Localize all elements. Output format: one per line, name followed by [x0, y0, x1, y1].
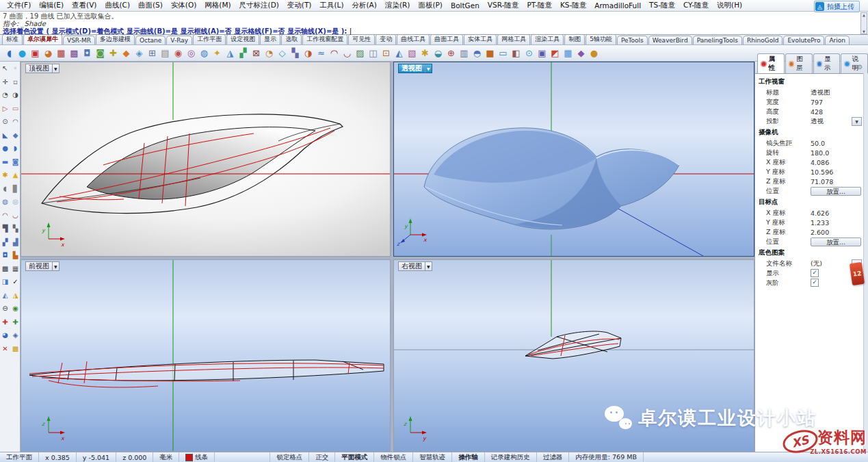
property-value[interactable]: 2.600 [808, 229, 864, 236]
panel-scrollbar[interactable] [863, 73, 868, 452]
tool-icon[interactable]: ◖ [3, 47, 16, 60]
ribbon-tab[interactable]: 实体工具 [464, 35, 497, 44]
status-item[interactable]: 正交 [309, 452, 335, 462]
menu-item[interactable]: 文件(F) [3, 1, 35, 10]
tool-icon[interactable]: ◈ [13, 329, 18, 342]
chevron-down-icon[interactable]: ▼ [52, 64, 59, 73]
property-value[interactable]: 10.596 [808, 168, 864, 176]
tool-icon[interactable]: ▚ [289, 47, 302, 60]
ribbon-tab[interactable]: PeTools [617, 36, 648, 44]
tool-icon[interactable]: ▭ [497, 47, 510, 60]
tool-icon[interactable]: ✚ [2, 316, 8, 329]
ribbon-tab[interactable]: PanelingTools [693, 36, 742, 44]
shaded-surface-model[interactable] [424, 128, 679, 229]
status-item[interactable]: 过滤器 [537, 452, 570, 462]
menu-item[interactable]: 曲面(S) [134, 1, 167, 10]
ribbon-tab[interactable]: 多边形建模 [96, 35, 135, 44]
property-value[interactable]: 1.233 [808, 219, 864, 227]
tool-icon[interactable]: ● [2, 142, 8, 155]
status-item[interactable]: 记录建构历史 [485, 452, 537, 462]
ribbon-tab[interactable]: 可见性 [348, 35, 375, 44]
tool-icon[interactable]: ◙ [94, 47, 107, 60]
tool-icon[interactable]: ▞ [3, 235, 8, 249]
tool-icon[interactable]: ◍ [198, 47, 211, 60]
checkbox[interactable]: ✓ [811, 269, 819, 277]
status-item[interactable]: y -5.041 [77, 452, 116, 462]
tool-icon[interactable]: ▬ [2, 155, 8, 169]
tool-icon[interactable]: ▷ [3, 102, 8, 116]
tool-icon[interactable]: ▲ [13, 168, 18, 182]
tool-icon[interactable]: ⊠ [250, 47, 263, 60]
ribbon-tab[interactable]: 工作视窗配置 [302, 35, 347, 44]
tool-icon[interactable]: ▣ [29, 47, 42, 60]
tool-icon[interactable]: ◆ [13, 129, 18, 142]
tool-icon[interactable]: ↖ [2, 62, 8, 75]
status-item[interactable]: 物件锁点 [374, 452, 413, 462]
property-value[interactable]: 71.078 [808, 178, 864, 185]
tool-icon[interactable]: ◮ [13, 289, 18, 303]
panel-tab-图层[interactable]: 图层 [785, 53, 813, 73]
tool-icon[interactable]: ▨ [354, 47, 367, 60]
checkbox[interactable]: ✓ [811, 279, 819, 287]
ribbon-tab[interactable]: 渲染工具 [531, 35, 564, 44]
tool-icon[interactable]: ▦ [562, 47, 575, 60]
ribbon-tab[interactable]: Octane [135, 36, 166, 44]
tool-icon[interactable]: ◕ [2, 329, 8, 342]
property-value[interactable]: 797 [808, 99, 864, 106]
scroll-up-icon[interactable]: ▲ [863, 13, 865, 17]
status-cplane-pane[interactable]: 工作平面 [0, 452, 39, 462]
menu-item[interactable]: 变动(T) [283, 1, 316, 10]
tool-icon[interactable]: ▙ [13, 248, 18, 262]
panel-tab-属性[interactable]: 属性 [757, 53, 785, 73]
place-button[interactable]: 放置... [811, 187, 861, 196]
status-item[interactable]: 毫米 [153, 452, 179, 462]
property-value[interactable]: 4.626 [808, 209, 864, 217]
property-value[interactable]: 180.0 [808, 149, 864, 157]
tool-icon[interactable]: ▟ [13, 235, 18, 249]
viewport-label-front[interactable]: 前视图 ▼ [25, 261, 60, 271]
tool-icon[interactable]: ◕ [42, 47, 55, 60]
tool-icon[interactable]: ◡ [12, 209, 18, 222]
ribbon-tab[interactable]: 工作平面 [193, 35, 226, 44]
tool-icon[interactable]: ⊙ [523, 47, 536, 60]
ribbon-tab[interactable]: 5轴功能 [586, 35, 616, 44]
viewport-label-right[interactable]: 右视图 ▼ [398, 261, 432, 271]
top-view-canvas[interactable]: y x [21, 62, 390, 256]
tool-icon[interactable]: ✚ [12, 316, 18, 329]
tool-icon[interactable]: ◦ [14, 62, 18, 75]
viewport-top[interactable]: y x 顶视图 ▼ [21, 62, 391, 257]
menu-item[interactable]: 编辑(E) [35, 1, 68, 10]
tool-icon[interactable]: ⊡ [380, 47, 393, 60]
ribbon-tab[interactable]: 显示 [260, 35, 280, 44]
menu-item[interactable]: PT-随意 [523, 1, 556, 10]
tool-icon[interactable]: ▜ [3, 222, 8, 235]
ribbon-tab[interactable]: 曲线工具 [397, 35, 430, 44]
tool-icon[interactable]: ⊞ [146, 47, 159, 60]
menu-item[interactable]: 工具(L) [315, 1, 347, 10]
ribbon-tab[interactable]: 设定视图 [226, 35, 259, 44]
tool-icon[interactable]: ◠ [12, 115, 18, 129]
tool-icon[interactable]: ▦ [12, 262, 18, 276]
status-item[interactable]: 线条 [179, 452, 215, 462]
menu-item[interactable]: CY-随意 [679, 1, 713, 10]
model-wireframe-front[interactable] [29, 360, 384, 381]
tool-icon[interactable]: ▥ [458, 47, 471, 60]
tool-icon[interactable]: ▩ [12, 342, 18, 356]
command-prompt[interactable]: 选择着色设置 ( 显示模式(D)=着色模式 显示曲线(B)=是 显示框线(A)=… [3, 27, 858, 35]
menu-item[interactable]: 面板(P) [414, 1, 447, 10]
tool-icon[interactable]: ✦ [211, 47, 224, 60]
tool-icon[interactable]: ◈ [133, 47, 146, 60]
ribbon-tab[interactable]: 曲面工具 [430, 35, 463, 44]
tool-icon[interactable]: ◣ [3, 129, 8, 142]
ribbon-tab[interactable]: V-Ray [166, 36, 192, 44]
chevron-down-icon[interactable]: ▼ [425, 262, 432, 270]
ribbon-tab[interactable]: 制图 [564, 35, 585, 44]
status-item[interactable]: 智慧轨迹 [413, 452, 452, 462]
panel-tab-显示[interactable]: 显示 [813, 53, 841, 73]
tool-icon[interactable]: ◘ [3, 248, 8, 262]
tool-icon[interactable]: ▤ [159, 47, 172, 60]
tool-icon[interactable]: ⊕ [445, 47, 458, 60]
tool-icon[interactable]: ▞ [237, 47, 250, 60]
status-item[interactable]: x 0.385 [39, 452, 77, 462]
chevron-down-icon[interactable]: ▼ [425, 64, 432, 73]
